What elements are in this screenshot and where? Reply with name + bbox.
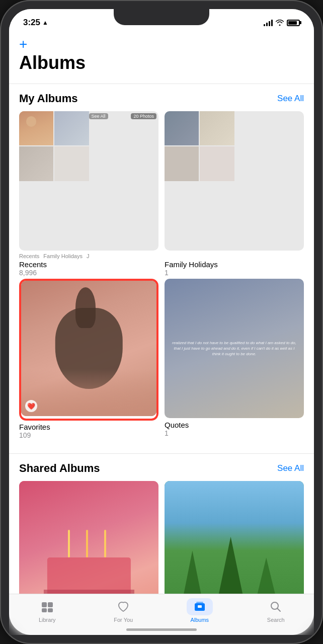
shared-trees-thumb <box>165 481 304 594</box>
location-icon: ▲ <box>42 19 48 26</box>
album-quotes[interactable]: realized that I do not have to be qualif… <box>165 279 304 439</box>
home-indicator <box>126 628 197 631</box>
library-icon <box>41 600 54 613</box>
search-label: Search <box>267 617 285 623</box>
thumb-cell <box>54 111 89 145</box>
thumb-cell <box>19 111 53 145</box>
see-all-overlay: See All <box>89 113 108 119</box>
phone-shell: 3:25 ▲ <box>0 0 323 644</box>
thumb-cell <box>19 146 53 181</box>
signal-icon <box>264 19 273 26</box>
quotes-name: Quotes <box>165 421 304 429</box>
favorites-count: 109 <box>19 431 158 439</box>
albums-label: Albums <box>190 617 209 623</box>
recents-label-overlay: 20 Photos <box>131 113 156 119</box>
family-sub <box>165 253 304 259</box>
phone-screen: 3:25 ▲ <box>9 9 314 635</box>
fam-thumb-cell-4 <box>200 146 234 181</box>
fam-thumb-cell-2 <box>200 111 234 145</box>
fam-thumb-cell-3 <box>165 146 199 181</box>
albums-grid: 20 Photos See All Recents Family Holiday… <box>9 111 314 441</box>
favorites-highlight: ❤️ <box>19 279 158 421</box>
svg-rect-6 <box>198 605 202 608</box>
albums-row-2: ❤️ Favorites 109 realized that I do not … <box>19 279 304 439</box>
thumb-cell <box>54 146 89 181</box>
library-label: Library <box>39 617 56 623</box>
svg-rect-5 <box>196 602 203 603</box>
add-button[interactable]: + <box>19 33 27 51</box>
tab-library[interactable]: Library <box>9 598 86 623</box>
library-icon-wrap <box>34 598 60 615</box>
for-you-label: For You <box>114 617 133 623</box>
status-time: 3:25 ▲ <box>23 18 48 28</box>
my-albums-see-all[interactable]: See All <box>277 94 304 104</box>
search-icon-wrap <box>263 598 289 615</box>
notch <box>114 9 209 25</box>
quotes-thumb: realized that I do not have to be qualif… <box>165 279 304 418</box>
header-divider <box>9 84 314 84</box>
time-display: 3:25 <box>23 18 40 28</box>
fam-thumb-cell-1 <box>165 111 199 145</box>
battery-icon <box>287 20 300 26</box>
heart-badge: ❤️ <box>25 400 37 412</box>
album-recents[interactable]: 20 Photos See All Recents Family Holiday… <box>19 111 158 277</box>
svg-rect-2 <box>42 608 47 612</box>
tab-search[interactable]: Search <box>238 598 314 623</box>
recents-name: Recents <box>19 260 158 269</box>
for-you-icon <box>117 600 130 613</box>
shared-albums-see-all[interactable]: See All <box>277 463 304 473</box>
shared-albums-row <box>9 481 314 594</box>
svg-rect-3 <box>48 608 53 612</box>
my-albums-header: My Albums See All <box>9 92 314 111</box>
status-icons <box>264 19 300 26</box>
album-favorites[interactable]: ❤️ Favorites 109 <box>19 279 158 439</box>
quotes-count: 1 <box>165 429 304 437</box>
for-you-icon-wrap <box>110 598 136 615</box>
recents-sub-label: Recents <box>19 253 39 259</box>
svg-rect-0 <box>42 602 47 607</box>
album-family-holidays[interactable]: Family Holidays 1 <box>165 111 304 277</box>
albums-row-1: 20 Photos See All Recents Family Holiday… <box>19 111 304 277</box>
albums-icon <box>193 600 206 613</box>
recents-count: 8,996 <box>19 269 158 277</box>
wifi-icon <box>276 20 284 26</box>
favorites-name: Favorites <box>19 423 158 431</box>
albums-icon-wrap <box>187 598 213 615</box>
tab-for-you[interactable]: For You <box>86 598 162 623</box>
header-area: + Albums <box>9 33 314 84</box>
shared-album-cake[interactable] <box>19 481 158 594</box>
family-name: Family Holidays <box>165 260 304 269</box>
family-sub-label: Family Holidays <box>43 253 83 259</box>
page-title: Albums <box>19 51 304 79</box>
family-count: 1 <box>165 269 304 277</box>
svg-line-8 <box>278 609 281 612</box>
family-thumb <box>165 111 304 251</box>
recents-thumb: 20 Photos See All <box>19 111 158 251</box>
shared-divider <box>9 453 314 454</box>
shared-album-trees[interactable] <box>165 481 304 594</box>
shared-albums-header: Shared Albums See All <box>9 462 314 481</box>
quotes-text: realized that I do not have to be qualif… <box>169 337 300 360</box>
my-albums-title: My Albums <box>19 92 78 105</box>
tab-albums[interactable]: Albums <box>162 598 238 623</box>
search-icon <box>269 600 282 613</box>
j-sub-label: J <box>87 253 90 259</box>
shared-albums-title: Shared Albums <box>19 462 100 475</box>
svg-rect-1 <box>48 602 53 607</box>
shared-cake-thumb <box>19 481 158 594</box>
main-content: + Albums My Albums See All <box>9 33 314 594</box>
favorites-thumb: ❤️ <box>21 281 156 416</box>
